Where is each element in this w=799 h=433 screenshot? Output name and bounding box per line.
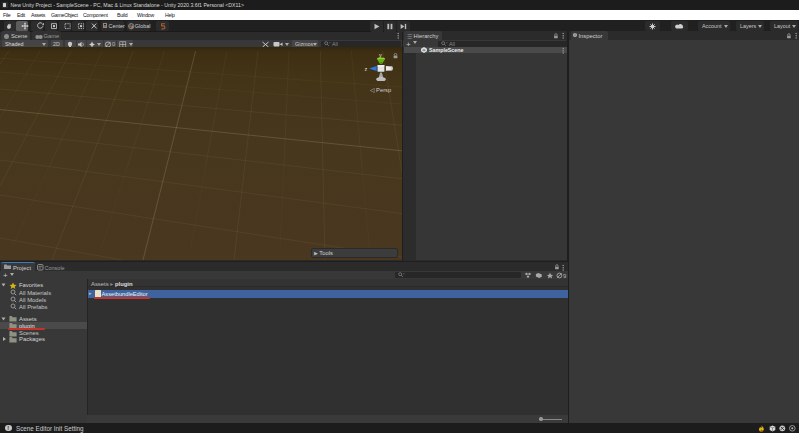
svg-text:z: z xyxy=(365,66,368,72)
svg-text:y: y xyxy=(379,52,382,58)
